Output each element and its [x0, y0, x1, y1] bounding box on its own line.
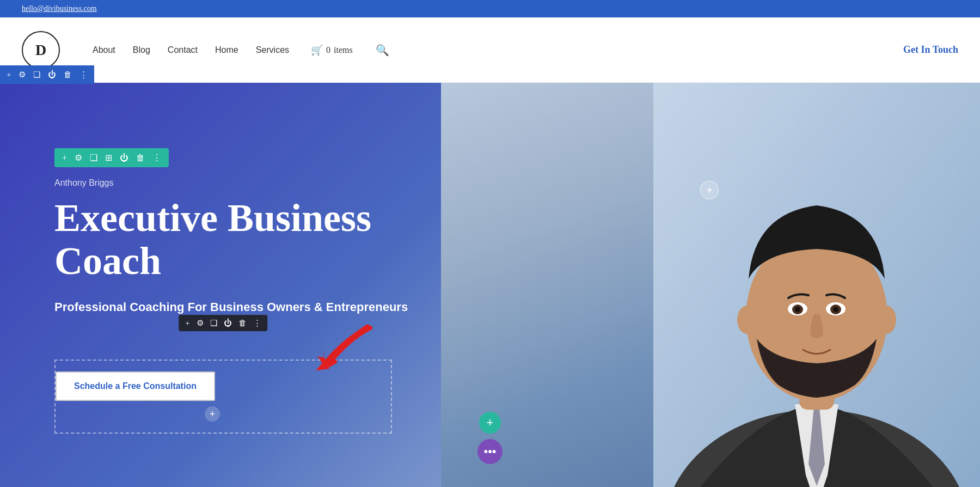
page-editor-toolbar: + ⚙ ❑ ⏻ 🗑 ⋮: [0, 65, 94, 84]
nav-services[interactable]: Services: [256, 45, 289, 55]
nav-blog[interactable]: Blog: [133, 45, 150, 55]
btn-toolbar-trash[interactable]: 🗑: [238, 319, 247, 328]
email-link[interactable]: hello@divibusiness.com: [22, 4, 97, 13]
button-module-wrapper: + ⚙ ❑ ⏻ 🗑 ⋮ Schedule a Free Consultation…: [54, 360, 392, 434]
top-bar: hello@divibusiness.com: [0, 0, 980, 17]
cart-area[interactable]: 🛒 0 items: [311, 44, 353, 56]
cart-label: items: [334, 45, 353, 55]
svg-point-9: [833, 307, 838, 312]
bottom-floaters: + •••: [477, 412, 503, 464]
cart-icon: 🛒: [311, 44, 323, 56]
hero-section: + ⚙ ❑ ⊞ ⏻ 🗑 ⋮ Anthony Briggs Executive B…: [0, 83, 980, 487]
nav-home[interactable]: Home: [215, 45, 238, 55]
main-nav: About Blog Contact Home Services 🛒 0 ite…: [93, 44, 389, 57]
svg-point-10: [737, 306, 757, 334]
header-right: Get In Touch: [903, 44, 958, 56]
hero-title: Executive Business Coach: [54, 197, 436, 283]
hero-content: + ⚙ ❑ ⊞ ⏻ 🗑 ⋮ Anthony Briggs Executive B…: [54, 148, 436, 434]
add-module-button[interactable]: +: [205, 406, 220, 422]
green-settings-icon[interactable]: ⚙: [75, 153, 82, 163]
green-more-icon[interactable]: ⋮: [152, 153, 161, 163]
hero-subtitle: Professional Coaching For Business Owner…: [54, 298, 436, 316]
green-clone-icon[interactable]: ❑: [90, 153, 97, 163]
editor-settings-icon[interactable]: ⚙: [19, 70, 26, 80]
consultation-button[interactable]: Schedule a Free Consultation: [56, 372, 215, 401]
editor-power-icon[interactable]: ⏻: [48, 70, 56, 80]
editor-clone-icon[interactable]: ❑: [33, 70, 40, 80]
page-editor-bar: + ⚙ ❑ ⏻ 🗑 ⋮: [0, 65, 94, 84]
btn-toolbar-settings[interactable]: ⚙: [197, 318, 204, 328]
green-trash-icon[interactable]: 🗑: [136, 153, 145, 163]
btn-toolbar-clone[interactable]: ❑: [210, 318, 217, 328]
section-plus-area: +: [700, 181, 719, 199]
btn-toolbar-more[interactable]: ⋮: [253, 318, 261, 328]
search-icon: 🔍: [376, 44, 389, 56]
hero-label: Anthony Briggs: [54, 178, 436, 188]
bottom-add-button[interactable]: +: [479, 412, 501, 434]
green-power-icon[interactable]: ⏻: [120, 153, 128, 163]
green-add-icon[interactable]: +: [62, 153, 67, 163]
btn-toolbar-add[interactable]: +: [185, 319, 189, 328]
svg-point-6: [795, 307, 800, 312]
person-illustration: [653, 83, 980, 487]
editor-trash-icon[interactable]: 🗑: [64, 70, 72, 80]
svg-point-11: [877, 306, 896, 334]
add-below-button: +: [56, 406, 369, 422]
green-grid-icon[interactable]: ⊞: [105, 153, 112, 163]
btn-toolbar-power[interactable]: ⏻: [224, 319, 232, 328]
button-module-toolbar: + ⚙ ❑ ⏻ 🗑 ⋮: [179, 315, 267, 331]
get-in-touch-link[interactable]: Get In Touch: [903, 44, 958, 55]
search-button[interactable]: 🔍: [376, 44, 389, 57]
section-add-button[interactable]: +: [700, 181, 719, 199]
nav-about[interactable]: About: [93, 45, 115, 55]
editor-add-icon[interactable]: +: [7, 70, 11, 80]
cart-count: 0: [326, 45, 330, 55]
editor-more-icon[interactable]: ⋮: [79, 70, 88, 80]
logo[interactable]: D: [22, 31, 60, 69]
bottom-more-button[interactable]: •••: [477, 439, 503, 464]
hero-image: [441, 83, 980, 487]
module-toolbar-green: + ⚙ ❑ ⊞ ⏻ 🗑 ⋮: [54, 148, 169, 167]
header: D About Blog Contact Home Services 🛒 0 i…: [0, 17, 980, 83]
nav-contact[interactable]: Contact: [168, 45, 198, 55]
